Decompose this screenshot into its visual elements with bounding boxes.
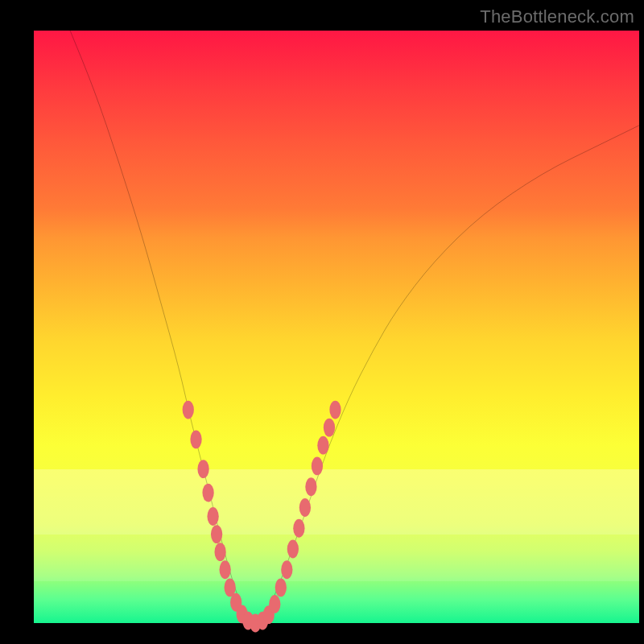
marker-dot [202,484,213,502]
marker-dot [275,578,287,597]
marker-dot [293,519,304,538]
watermark-text: TheBottleneck.com [480,6,634,27]
bottleneck-curve [70,31,639,621]
marker-dot [299,498,311,517]
marker-dot [190,430,201,448]
marker-dot [305,477,316,496]
marker-dot [183,401,194,419]
chart-svg [34,31,639,623]
marker-dot [211,525,222,543]
marker-dot [281,560,292,579]
marker-dot [197,460,208,478]
marker-dot [317,436,328,455]
plot-area [34,31,639,623]
marker-dot [324,419,335,437]
marker-dot [219,560,230,579]
marker-dot [287,540,299,559]
marker-dot [329,401,341,419]
highlight-dots [183,401,341,633]
marker-dot [207,507,218,526]
chart-frame: TheBottleneck.com [0,0,644,644]
marker-dot [269,595,280,613]
marker-dot [312,457,323,476]
marker-dot [214,543,225,561]
